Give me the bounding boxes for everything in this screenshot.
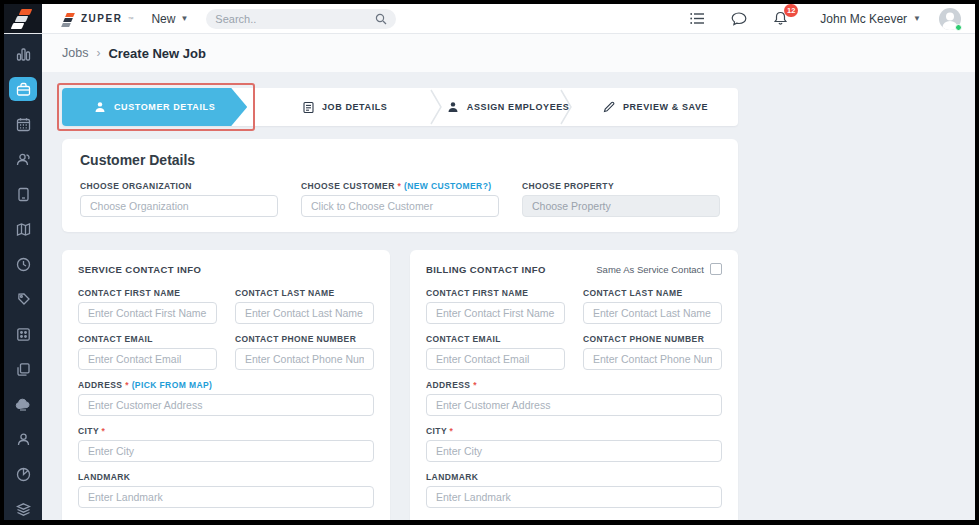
step-separator <box>429 88 443 126</box>
top-bar-inner: ZUPER ™ New ▼ 12 <box>42 4 975 33</box>
sidebar-item-mobile[interactable] <box>9 182 37 206</box>
step-customer-details[interactable]: CUSTOMER DETAILS <box>62 88 247 126</box>
sidebar-item-timesheet[interactable] <box>9 252 37 276</box>
field-label: CONTACT EMAIL <box>426 334 501 344</box>
field-label: CONTACT LAST NAME <box>583 288 683 298</box>
field-label: ZIP CODE <box>583 518 626 520</box>
step-label: JOB DETAILS <box>322 102 387 112</box>
panel-title: BILLING CONTACT INFO <box>426 264 546 275</box>
billing-landmark-input[interactable] <box>426 486 722 508</box>
notification-badge: 12 <box>784 4 798 17</box>
sidebar-item-cloud[interactable] <box>9 392 37 416</box>
calendar-icon <box>16 117 31 132</box>
user-menu[interactable]: John Mc Keever ▼ <box>820 12 921 26</box>
bar-chart-icon <box>16 47 31 62</box>
service-phone-input[interactable] <box>235 348 374 370</box>
main-area: Jobs › Create New Job CUSTOMER DETAILS J… <box>42 34 975 520</box>
app-logo[interactable] <box>4 4 42 33</box>
sidebar-item-tags[interactable] <box>9 287 37 311</box>
sidebar-item-documents[interactable] <box>9 357 37 381</box>
same-as-service-toggle[interactable]: Same As Service Contact <box>596 263 722 275</box>
required-asterisk: * <box>102 426 106 436</box>
new-dropdown[interactable]: New ▼ <box>151 12 188 26</box>
content-area: CUSTOMER DETAILS JOB DETAILS ASSIGN EMPL… <box>42 72 975 520</box>
choose-property-input <box>522 195 720 217</box>
field-label: ADDRESS <box>426 380 470 390</box>
service-first-name-input[interactable] <box>78 302 217 324</box>
tablet-icon <box>16 187 31 202</box>
same-as-label: Same As Service Contact <box>596 264 704 275</box>
service-last-name-input[interactable] <box>235 302 374 324</box>
choose-organization-field: CHOOSE ORGANIZATION <box>80 181 278 217</box>
sidebar-item-integrations[interactable] <box>9 497 37 521</box>
breadcrumb: Jobs › Create New Job <box>42 34 975 72</box>
field-label: CITY <box>78 426 99 436</box>
sidebar-item-reports[interactable] <box>9 462 37 486</box>
search-box[interactable] <box>206 9 396 29</box>
new-customer-link[interactable]: (NEW CUSTOMER?) <box>404 181 492 191</box>
sidebar-item-map[interactable] <box>9 217 37 241</box>
pen-icon <box>603 101 615 113</box>
billing-email-input[interactable] <box>426 348 565 370</box>
service-address-input[interactable] <box>78 394 374 416</box>
brand[interactable]: ZUPER ™ <box>60 11 133 27</box>
sidebar-item-dashboard[interactable] <box>9 42 37 66</box>
choose-customer-input[interactable] <box>301 195 499 217</box>
field-label: CHOOSE CUSTOMER <box>301 181 395 191</box>
user-name: John Mc Keever <box>820 12 907 26</box>
customer-icon <box>94 101 106 113</box>
billing-phone-input[interactable] <box>583 348 722 370</box>
billing-last-name-input[interactable] <box>583 302 722 324</box>
service-email-input[interactable] <box>78 348 217 370</box>
field-label: CONTACT FIRST NAME <box>78 288 180 298</box>
customer-details-card: Customer Details CHOOSE ORGANIZATION CHO… <box>62 139 738 232</box>
chevron-down-icon: ▼ <box>180 14 188 23</box>
field-label: STATE <box>426 518 455 520</box>
sidebar-item-calendar[interactable] <box>9 112 37 136</box>
sidebar-item-apps[interactable] <box>9 322 37 346</box>
notifications-bell-icon[interactable]: 12 <box>773 11 788 26</box>
step-job-details[interactable]: JOB DETAILS <box>247 88 443 126</box>
chat-icon[interactable] <box>731 12 747 26</box>
customers-icon <box>16 152 31 167</box>
required-asterisk: * <box>397 181 401 191</box>
field-label: CHOOSE PROPERTY <box>522 181 614 191</box>
service-city-input[interactable] <box>78 440 374 462</box>
employees-icon <box>447 101 459 113</box>
required-asterisk: * <box>473 380 477 390</box>
pick-from-map-link[interactable]: (PICK FROM MAP) <box>132 380 213 390</box>
choose-organization-input[interactable] <box>80 195 278 217</box>
sidebar-item-users[interactable] <box>9 427 37 451</box>
field-label: CONTACT FIRST NAME <box>426 288 528 298</box>
user-icon <box>16 432 31 447</box>
field-label: CHOOSE ORGANIZATION <box>80 181 192 191</box>
breadcrumb-jobs[interactable]: Jobs <box>62 46 88 60</box>
step-assign-employees[interactable]: ASSIGN EMPLOYEES <box>443 88 573 126</box>
sidebar-item-customers[interactable] <box>9 147 37 171</box>
field-label: LANDMARK <box>78 472 130 482</box>
billing-address-input[interactable] <box>426 394 722 416</box>
sidebar-item-jobs[interactable] <box>9 77 37 101</box>
briefcase-icon <box>16 82 31 97</box>
search-input[interactable] <box>215 13 369 25</box>
choose-customer-field: CHOOSE CUSTOMER * (NEW CUSTOMER?) <box>301 181 499 217</box>
billing-contact-panel: BILLING CONTACT INFO Same As Service Con… <box>410 250 738 520</box>
billing-first-name-input[interactable] <box>426 302 565 324</box>
list-menu-icon[interactable] <box>690 12 705 25</box>
step-preview-save[interactable]: PREVIEW & SAVE <box>573 88 738 126</box>
billing-city-input[interactable] <box>426 440 722 462</box>
trademark: ™ <box>127 16 133 22</box>
new-label: New <box>151 12 175 26</box>
field-label: LANDMARK <box>426 472 478 482</box>
step-label: CUSTOMER DETAILS <box>114 102 215 112</box>
same-as-checkbox[interactable] <box>710 263 722 275</box>
tag-icon <box>16 292 31 307</box>
field-label: STATE <box>78 518 107 520</box>
apps-icon <box>16 327 31 342</box>
required-asterisk: * <box>450 426 454 436</box>
field-label: ZIP CODE <box>235 518 278 520</box>
page-title: Create New Job <box>108 46 206 61</box>
field-label: ADDRESS <box>78 380 122 390</box>
service-landmark-input[interactable] <box>78 486 374 508</box>
avatar[interactable] <box>939 8 961 30</box>
